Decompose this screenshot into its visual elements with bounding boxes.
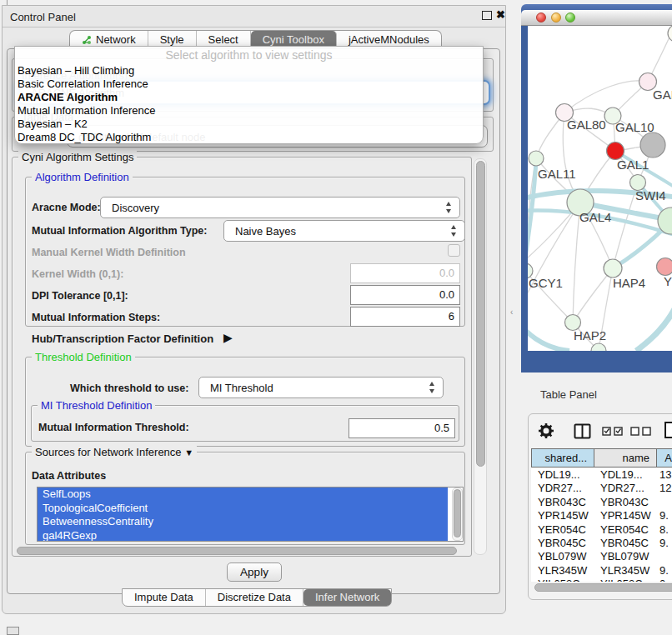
collapse-arrow-icon: ▼: [184, 448, 193, 458]
tab-impute-data[interactable]: Impute Data: [123, 589, 206, 606]
network-node[interactable]: [529, 151, 544, 166]
gear-icon[interactable]: [538, 422, 554, 439]
network-edge-highlighted: [528, 326, 569, 351]
table-cell: YIL053C: [531, 578, 594, 582]
dpi-tolerance-input[interactable]: 0.0: [350, 285, 460, 305]
network-icon: [82, 35, 92, 45]
table-row[interactable]: YBR045CYBR045C9.: [531, 537, 672, 550]
attribute-item-selected[interactable]: TopologicalCoefficient: [38, 502, 448, 516]
column-header[interactable]: shared...: [532, 449, 594, 467]
table-cell: YIL053C: [594, 578, 656, 582]
node-label: GCY1: [529, 276, 563, 290]
column-layout-icon[interactable]: [574, 423, 591, 439]
node-label: GAL4: [579, 210, 611, 224]
node-label: GAL: [653, 88, 672, 102]
table-cell: 12: [656, 482, 672, 495]
network-edge-highlighted: [528, 158, 536, 276]
settings-scrollbar-thumb[interactable]: [476, 161, 485, 467]
table-row[interactable]: YPR145WYPR145W9.: [531, 509, 672, 522]
expand-arrow-icon[interactable]: ▶: [223, 331, 233, 344]
network-canvas[interactable]: GALGAL80GAL10GAL1GAL11SWI4GAL4HAP4YGCY1H…: [528, 26, 672, 351]
network-node[interactable]: [591, 343, 606, 351]
close-icon[interactable]: ✖: [496, 8, 505, 21]
tab-label: Impute Data: [134, 589, 193, 606]
minimize-traffic-light[interactable]: [551, 12, 561, 22]
data-attributes-label: Data Attributes: [32, 470, 106, 482]
table-cell: [656, 550, 672, 563]
mi-algorithm-type-combo[interactable]: Naive Bayes: [223, 220, 465, 242]
which-threshold-label: Which threshold to use:: [70, 382, 188, 394]
table-row[interactable]: YBL079WYBL079W: [531, 550, 672, 563]
algorithm-option[interactable]: Mutual Information Inference: [15, 104, 483, 118]
algorithm-option[interactable]: Dream8 DC_TDC Algorithm: [15, 131, 483, 144]
zoom-traffic-light[interactable]: [565, 12, 575, 22]
data-attributes-list[interactable]: SelfLoopsTopologicalCoefficientBetweenne…: [37, 487, 464, 542]
mi-threshold-input[interactable]: 0.5: [349, 418, 455, 438]
combo-value: MI Threshold: [210, 382, 273, 394]
settings-hscrollbar-thumb[interactable]: [17, 547, 457, 555]
tab-infer-network[interactable]: Infer Network: [303, 589, 391, 606]
spinner-arrows-icon: [429, 382, 435, 393]
control-panel-titlebar: [3, 6, 505, 28]
group-title: Algorithm Definition: [32, 171, 133, 183]
network-edge-highlighted: [636, 306, 672, 351]
table-row[interactable]: YIL053CYIL053C0.: [531, 578, 672, 582]
table-cell: 9.: [656, 537, 672, 550]
tab-discretize-data[interactable]: Discretize Data: [206, 589, 303, 606]
table-row[interactable]: YBR043CYBR043C: [531, 496, 672, 509]
column-header[interactable]: A: [657, 449, 672, 467]
table-header: shared...nameA: [531, 448, 672, 468]
table-cell: YDR27...: [594, 482, 656, 495]
panel-title: Control Panel: [10, 11, 76, 23]
algorithm-option[interactable]: ARACNE Algorithm: [15, 91, 483, 104]
group-title: Threshold Definition: [32, 351, 135, 363]
attribute-item-selected[interactable]: SelfLoops: [38, 488, 448, 502]
table-cell: YBR043C: [531, 496, 594, 509]
algorithm-option[interactable]: Bayesian – K2: [15, 118, 483, 131]
minimized-panel-icon[interactable]: [7, 627, 19, 635]
select-all-checkboxes-icon[interactable]: [602, 427, 624, 436]
network-node[interactable]: [657, 258, 672, 276]
algorithm-option[interactable]: Bayesian – Hill Climbing: [15, 64, 483, 78]
which-threshold-combo[interactable]: MI Threshold: [198, 377, 444, 398]
table-hscrollbar-thumb[interactable]: [534, 583, 672, 592]
close-traffic-light[interactable]: [536, 12, 546, 22]
spinner-arrows-icon: [451, 225, 457, 237]
deselect-all-checkboxes-icon[interactable]: [630, 427, 652, 436]
table-row[interactable]: YER054CYER054C8.: [531, 523, 672, 537]
table-row[interactable]: YLR345WYLR345W9.: [531, 564, 672, 578]
table-cell: YDR27...: [531, 482, 594, 495]
table-cell: YLR345W: [531, 564, 594, 578]
attribute-item-selected[interactable]: BetweennessCentrality: [38, 515, 448, 529]
group-title: MI Threshold Definition: [38, 399, 155, 412]
float-window-icon[interactable]: [482, 11, 492, 20]
node-label: HAP4: [613, 276, 645, 290]
node-label: SWI4: [635, 188, 666, 202]
aracne-mode-combo[interactable]: Discovery: [100, 197, 460, 218]
table-cell: YER054C: [531, 523, 594, 537]
apply-button[interactable]: Apply: [227, 562, 282, 582]
aracne-mode-label: Aracne Mode:: [32, 202, 101, 213]
splitter-handle[interactable]: ‹: [510, 308, 513, 317]
dpi-tolerance-label: DPI Tolerance [0,1]:: [32, 290, 128, 302]
node-label: GAL1: [617, 158, 649, 172]
network-node[interactable]: [604, 259, 622, 278]
group-title: Cyni Algorithm Settings: [18, 151, 137, 163]
table-cell: 9.: [656, 509, 672, 522]
algorithm-option[interactable]: Basic Correlation Inference: [15, 78, 483, 91]
table-row[interactable]: YDR27...YDR27...12: [531, 482, 672, 495]
attribute-item-selected[interactable]: gal4RGexp: [38, 529, 448, 542]
manual-kernel-checkbox[interactable]: [448, 244, 460, 257]
column-header[interactable]: name: [594, 449, 657, 467]
document-icon[interactable]: [664, 421, 672, 439]
table-cell: YBR045C: [531, 537, 594, 550]
kernel-width-input[interactable]: 0.0: [350, 263, 460, 283]
mi-steps-input[interactable]: 6: [350, 307, 460, 327]
table-body: YDL19...YDL19...13YDR27...YDR27...12YBR0…: [531, 468, 672, 582]
table-row[interactable]: YDL19...YDL19...13: [531, 468, 672, 482]
tab-label: Infer Network: [315, 589, 379, 606]
network-node[interactable]: [640, 132, 665, 158]
list-scrollbar-thumb[interactable]: [454, 489, 461, 538]
table-cell: 9.: [656, 564, 672, 578]
algorithm-dropdown-popup: Select algorithm to view settings Bayesi…: [14, 46, 484, 144]
